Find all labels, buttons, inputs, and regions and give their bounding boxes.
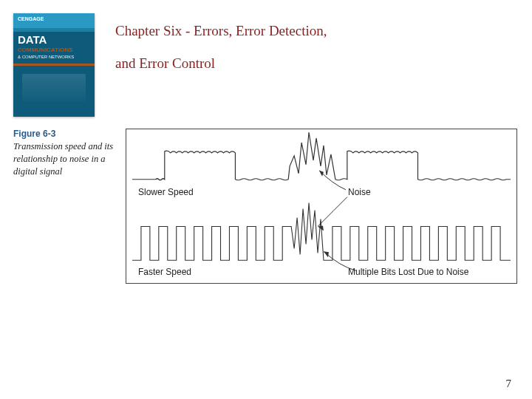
faster-speed-waveform [132,203,511,261]
label-multiple-bits: Multiple Bits Lost Due to Noise [348,267,468,277]
noise-arrow-top [319,171,346,190]
book-subtitle-1: COMMUNICATIONS [18,47,73,53]
figure-caption: Transmission speed and its relationship … [13,140,117,178]
chapter-title-line-2: and Error Control [115,47,327,80]
label-noise: Noise [348,187,371,197]
chapter-title-line-1: Chapter Six - Errors, Error Detection, [115,15,327,47]
figure-frame: Slower Speed Noise Faster Speed Multiple… [126,129,517,284]
book-subtitle-2: & COMPUTER NETWORKS [18,55,74,59]
noise-arrowhead-top [319,171,324,177]
chapter-title: Chapter Six - Errors, Error Detection, a… [115,13,327,79]
label-faster-speed: Faster Speed [138,267,191,277]
signal-diagram [126,129,516,284]
book-title: DATA [18,34,47,45]
book-brand: CENGAGE [13,13,95,28]
noise-arrowhead-bottom [318,226,324,231]
noise-arrow-bottom [318,197,347,227]
book-stripe [13,64,95,66]
figure-block: Figure 6-3 Transmission speed and its re… [13,129,519,178]
book-cover-thumbnail: CENGAGE DATA COMMUNICATIONS & COMPUTER N… [13,13,95,117]
multiple-bits-arrowhead [324,251,329,257]
page-number: 7 [506,378,512,390]
label-slower-speed: Slower Speed [138,187,194,197]
book-graphic [22,74,86,102]
